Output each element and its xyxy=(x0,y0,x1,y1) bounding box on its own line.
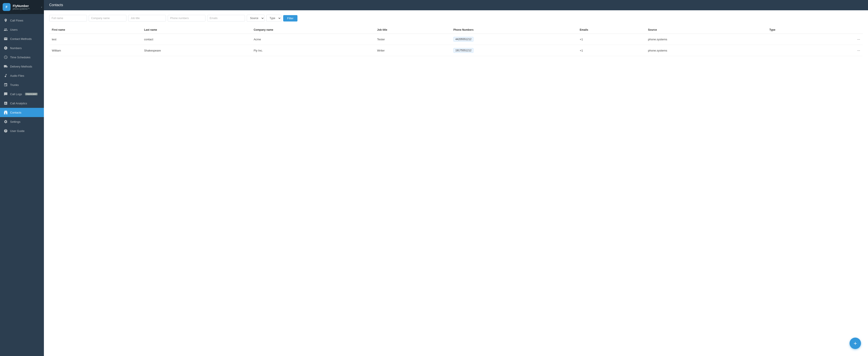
table-row: William Shakespeare Fly Inc. Writer 1917… xyxy=(49,45,863,56)
sidebar-item-settings-label: Settings xyxy=(10,120,21,123)
col-last-name: Last name xyxy=(142,26,251,34)
sidebar-item-time-schedules[interactable]: Time Schedules xyxy=(0,52,44,62)
sidebar-item-call-flows-label: Call Flows xyxy=(10,19,23,22)
sidebar-item-settings[interactable]: Settings xyxy=(0,117,44,126)
col-company-name: Company name xyxy=(251,26,374,34)
sidebar-item-trunks-label: Trunks xyxy=(10,83,19,86)
cell-actions[interactable]: ⋯ xyxy=(822,45,863,56)
full-name-input[interactable] xyxy=(49,15,87,22)
app-logo: F xyxy=(3,3,10,11)
phone-numbers-input[interactable] xyxy=(168,15,206,22)
cell-type xyxy=(767,34,823,45)
sidebar-item-trunks[interactable]: Trunks xyxy=(0,80,44,90)
cell-source: phone.systems xyxy=(645,34,767,45)
contacts-table: First name Last name Company name Job ti… xyxy=(49,26,863,56)
job-title-input[interactable] xyxy=(128,15,166,22)
col-emails: Emails xyxy=(577,26,645,34)
cell-phone: 44205551212 xyxy=(451,34,577,45)
sidebar-item-numbers[interactable]: Numbers xyxy=(0,43,44,52)
call-logs-icon xyxy=(3,92,8,96)
sidebar-item-audio-files[interactable]: Audio Files xyxy=(0,71,44,80)
col-phone-numbers: Phone Numbers xyxy=(451,26,577,34)
company-name-input[interactable] xyxy=(89,15,126,22)
sidebar-item-time-schedules-label: Time Schedules xyxy=(10,56,31,59)
time-schedules-icon xyxy=(3,55,8,60)
contact-methods-icon xyxy=(3,37,8,41)
sidebar-item-delivery-methods-label: Delivery Methods xyxy=(10,65,32,68)
trunks-icon xyxy=(3,83,8,87)
brand-name: FlyNumber xyxy=(13,4,30,8)
sidebar-item-call-analytics[interactable]: Call Analytics xyxy=(0,99,44,108)
col-first-name: First name xyxy=(49,26,142,34)
cell-first-name: test xyxy=(49,34,142,45)
cell-last-name: Shakespeare xyxy=(142,45,251,56)
cell-company: Acme xyxy=(251,34,374,45)
sidebar-item-call-flows[interactable]: Call Flows xyxy=(0,16,44,25)
users-icon xyxy=(3,27,8,32)
cell-source: phone.systems xyxy=(645,45,767,56)
sidebar-item-contact-methods-label: Contact Methods xyxy=(10,37,32,41)
cell-job-title: Tester xyxy=(374,34,451,45)
col-actions xyxy=(822,26,863,34)
user-guide-icon xyxy=(3,129,8,133)
contacts-icon xyxy=(3,110,8,115)
table-row: test contact Acme Tester 44205551212 +1 … xyxy=(49,34,863,45)
sidebar-item-users-label: Users xyxy=(10,28,18,31)
sidebar-item-contacts[interactable]: Contacts xyxy=(0,108,44,117)
add-contact-button[interactable]: + xyxy=(849,337,861,349)
cell-actions[interactable]: ⋯ xyxy=(822,34,863,45)
sidebar-item-audio-files-label: Audio Files xyxy=(10,74,24,77)
sidebar: F FlyNumber phone.systems™ ‹ Call Flows … xyxy=(0,0,44,356)
sidebar-item-user-guide-label: User Guide xyxy=(10,129,25,133)
page-title: Contacts xyxy=(49,3,63,7)
filter-button[interactable]: Filter xyxy=(283,15,298,22)
type-select[interactable]: Type xyxy=(266,15,281,22)
sidebar-item-call-logs[interactable]: Call Logs Deprecated xyxy=(0,90,44,99)
settings-icon xyxy=(3,119,8,124)
cell-emails: +1 xyxy=(577,45,645,56)
cell-phone: 19175551212 xyxy=(451,45,577,56)
deprecated-badge: Deprecated xyxy=(25,93,37,95)
cell-last-name: contact xyxy=(142,34,251,45)
sidebar-item-contact-methods[interactable]: Contact Methods xyxy=(0,34,44,43)
col-type: Type xyxy=(767,26,823,34)
audio-files-icon xyxy=(3,73,8,78)
source-select[interactable]: Source xyxy=(247,15,265,22)
emails-input[interactable] xyxy=(207,15,245,22)
col-job-title: Job title xyxy=(374,26,451,34)
filter-bar: Source Type Filter xyxy=(49,15,863,22)
call-flows-icon xyxy=(3,18,8,23)
sidebar-item-contacts-label: Contacts xyxy=(10,111,21,114)
sidebar-item-call-analytics-label: Call Analytics xyxy=(10,102,27,105)
main-content: Contacts Source Type Filter First name L… xyxy=(44,0,868,356)
brand-sub: phone.systems™ xyxy=(13,8,30,10)
sidebar-item-user-guide[interactable]: User Guide xyxy=(0,126,44,136)
cell-type xyxy=(767,45,823,56)
cell-job-title: Writer xyxy=(374,45,451,56)
sidebar-collapse-button[interactable]: ‹ xyxy=(41,5,42,9)
sidebar-nav: Call Flows Users Contact Methods Numbers xyxy=(0,14,44,356)
brand-text: FlyNumber phone.systems™ xyxy=(13,4,30,10)
col-source: Source xyxy=(645,26,767,34)
call-analytics-icon xyxy=(3,101,8,105)
sidebar-header: F FlyNumber phone.systems™ ‹ xyxy=(0,0,44,14)
cell-company: Fly Inc. xyxy=(251,45,374,56)
sidebar-item-users[interactable]: Users xyxy=(0,25,44,34)
numbers-icon xyxy=(3,46,8,50)
page-header: Contacts xyxy=(44,0,868,10)
sidebar-item-delivery-methods[interactable]: Delivery Methods xyxy=(0,62,44,71)
content-area: Source Type Filter First name Last name … xyxy=(44,10,868,356)
sidebar-item-call-logs-label: Call Logs xyxy=(10,93,22,96)
delivery-methods-icon xyxy=(3,64,8,69)
cell-first-name: William xyxy=(49,45,142,56)
cell-emails: +1 xyxy=(577,34,645,45)
sidebar-item-numbers-label: Numbers xyxy=(10,46,22,50)
